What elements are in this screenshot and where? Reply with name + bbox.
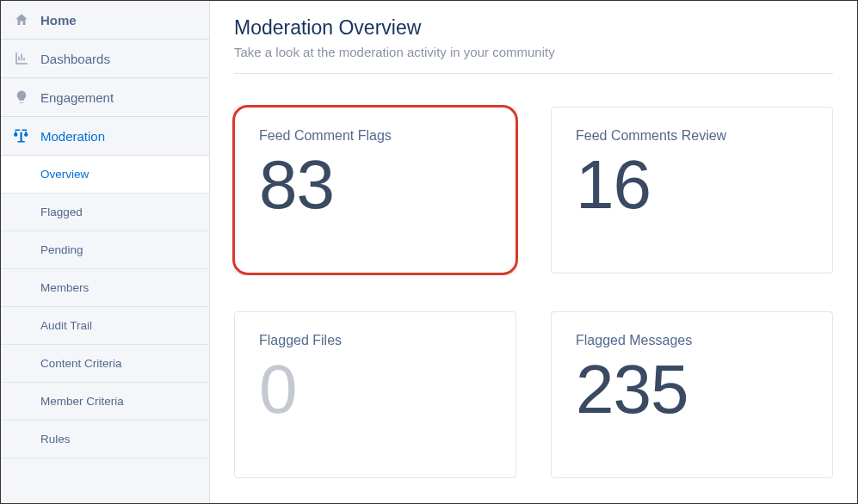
nav-item-moderation[interactable]: Moderation [1, 117, 209, 156]
subnav-label: Content Criteria [40, 357, 122, 370]
subnav-member-criteria[interactable]: Member Criteria [1, 383, 209, 421]
nav-item-dashboards[interactable]: Dashboards [1, 40, 209, 78]
card-title: Flagged Files [259, 333, 491, 348]
card-title: Flagged Messages [576, 333, 808, 348]
card-value: 16 [576, 147, 808, 223]
sidebar: Home Dashboards Engagement Moderation Ov… [1, 1, 210, 503]
scales-icon [13, 127, 30, 144]
page-subtitle: Take a look at the moderation activity i… [234, 45, 833, 59]
divider [234, 73, 833, 74]
subnav-flagged[interactable]: Flagged [1, 194, 209, 231]
card-feed-comments-review[interactable]: Feed Comments Review 16 [551, 107, 833, 274]
home-icon [13, 11, 30, 28]
subnav-audit-trail[interactable]: Audit Trail [1, 307, 209, 345]
subnav-label: Audit Trail [40, 319, 92, 332]
nav-item-engagement[interactable]: Engagement [1, 78, 209, 117]
page-title: Moderation Overview [234, 16, 833, 40]
nav-item-home[interactable]: Home [1, 1, 209, 40]
moderation-subnav: Overview Flagged Pending Members Audit T… [1, 156, 209, 458]
subnav-label: Overview [40, 168, 89, 181]
card-title: Feed Comment Flags [259, 128, 491, 144]
subnav-label: Member Criteria [40, 395, 124, 408]
card-value: 83 [259, 147, 491, 223]
subnav-label: Flagged [40, 206, 83, 218]
lightbulb-icon [13, 89, 30, 106]
cards-grid: Feed Comment Flags 83 Feed Comments Revi… [234, 107, 833, 478]
subnav-label: Members [40, 281, 89, 294]
main-content: Moderation Overview Take a look at the m… [210, 1, 857, 503]
subnav-members[interactable]: Members [1, 269, 209, 307]
nav-item-label: Dashboards [40, 52, 110, 66]
nav-item-label: Moderation [40, 129, 105, 144]
card-value: 235 [576, 352, 808, 427]
subnav-overview[interactable]: Overview [1, 156, 209, 194]
card-flagged-messages[interactable]: Flagged Messages 235 [551, 311, 833, 478]
card-title: Feed Comments Review [576, 128, 808, 144]
subnav-label: Pending [40, 243, 83, 256]
subnav-pending[interactable]: Pending [1, 231, 209, 269]
card-value: 0 [259, 352, 491, 427]
subnav-content-criteria[interactable]: Content Criteria [1, 345, 209, 383]
card-flagged-files[interactable]: Flagged Files 0 [234, 311, 516, 478]
card-feed-comment-flags[interactable]: Feed Comment Flags 83 [234, 107, 516, 274]
chart-icon [13, 50, 30, 67]
subnav-label: Rules [40, 433, 71, 446]
nav-item-label: Home [40, 13, 77, 28]
nav-item-label: Engagement [40, 90, 114, 105]
subnav-rules[interactable]: Rules [1, 421, 209, 458]
